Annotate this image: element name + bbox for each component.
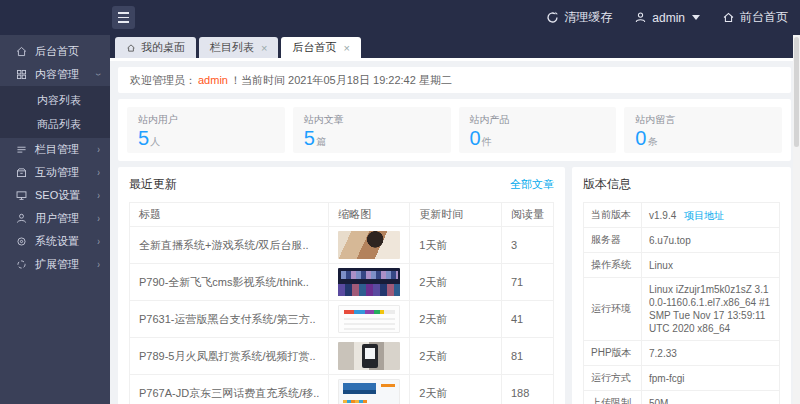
- thumbnail-image: [338, 231, 400, 259]
- close-icon[interactable]: ×: [261, 42, 267, 54]
- sidebar-item-columns[interactable]: 栏目管理 ›: [0, 138, 110, 161]
- read-count: 3: [502, 227, 554, 264]
- version-value: 7.2.33: [642, 341, 780, 366]
- stat-card-products: 站内产品 0件: [459, 107, 617, 153]
- stat-label: 站内留言: [635, 113, 771, 127]
- article-title[interactable]: P767A-JD京东三网话费直充系统/移..: [130, 375, 329, 404]
- article-title[interactable]: P790-全新飞飞cms影视系统/think..: [130, 264, 329, 301]
- welcome-prefix: 欢迎管理员：: [130, 74, 196, 86]
- user-icon: [634, 11, 647, 24]
- version-row: 服务器 6.u7u.top: [584, 228, 780, 253]
- scrollbar-thumb[interactable]: [794, 37, 799, 147]
- chevron-right-icon: ›: [97, 213, 100, 224]
- circle-dash-icon: [15, 258, 28, 271]
- hamburger-menu-button[interactable]: [112, 6, 135, 29]
- stat-value: 0: [470, 127, 481, 149]
- topbar: 清理缓存 admin 前台首页: [0, 0, 800, 35]
- project-url-link[interactable]: 项目地址: [684, 210, 724, 221]
- stat-unit: 条: [647, 136, 657, 147]
- home-icon: [722, 11, 735, 24]
- read-count: 188: [502, 375, 554, 404]
- welcome-username: admin: [198, 74, 228, 86]
- front-home-link[interactable]: 前台首页: [722, 9, 788, 26]
- admin-username: admin: [652, 11, 685, 25]
- tab-label: 后台首页: [292, 40, 336, 55]
- close-icon[interactable]: ×: [343, 42, 349, 54]
- version-label: PHP版本: [584, 341, 642, 366]
- sidebar-item-users[interactable]: 用户管理 ›: [0, 207, 110, 230]
- stat-label: 站内文章: [304, 113, 440, 127]
- stat-card-articles: 站内文章 5篇: [293, 107, 451, 153]
- tab-bar: 我的桌面 栏目列表 × 后台首页 ×: [110, 35, 800, 58]
- thumbnail-image: [338, 305, 400, 333]
- version-info-title: 版本信息: [583, 176, 631, 193]
- tab-label: 栏目列表: [210, 40, 254, 55]
- scrollbar[interactable]: [793, 35, 800, 404]
- sidebar-item-seo[interactable]: SEO设置 ›: [0, 184, 110, 207]
- stat-value: 5: [138, 127, 149, 149]
- table-row[interactable]: P7631-运营版黑台支付系统/第三方.. 2天前 41: [130, 301, 554, 338]
- sidebar-item-label: 系统设置: [35, 234, 79, 249]
- clear-cache-button[interactable]: 清理缓存: [546, 9, 612, 26]
- home-icon: [15, 45, 28, 58]
- version-table: 当前版本 v1.9.4项目地址 服务器 6.u7u.top 操作系统 Linux: [583, 202, 780, 404]
- table-header-row: 标题 缩略图 更新时间 阅读量: [130, 203, 554, 227]
- article-title[interactable]: P789-5月火凤凰打赏系统/视频打赏..: [130, 338, 329, 375]
- tab-label: 我的桌面: [141, 40, 185, 55]
- sidebar-item-dashboard[interactable]: 后台首页: [0, 40, 110, 63]
- table-row[interactable]: 全新直播系统+游戏系统/双后台服.. 1天前 3: [130, 227, 554, 264]
- sidebar-item-content-list[interactable]: 内容列表: [0, 88, 110, 112]
- read-count: 71: [502, 264, 554, 301]
- chevron-down-icon: ›: [93, 73, 104, 76]
- sidebar-item-label: 扩展管理: [35, 257, 79, 272]
- tab-column-list[interactable]: 栏目列表 ×: [199, 37, 278, 58]
- sidebar-item-extensions[interactable]: 扩展管理 ›: [0, 253, 110, 276]
- chevron-right-icon: ›: [97, 236, 100, 247]
- tab-my-desktop[interactable]: 我的桌面: [115, 37, 196, 58]
- version-value: Linux: [642, 253, 780, 278]
- table-row[interactable]: P789-5月火凤凰打赏系统/视频打赏.. 2天前 81: [130, 338, 554, 375]
- user-icon: [15, 212, 28, 225]
- version-info-panel: 版本信息 当前版本 v1.9.4项目地址 服务器 6.u7u.top: [572, 167, 791, 404]
- admin-user-menu[interactable]: admin: [634, 11, 700, 25]
- content: 欢迎管理员：admin！当前时间 2021年05月18日 19:22:42 星期…: [110, 61, 800, 404]
- table-row[interactable]: P790-全新飞飞cms影视系统/think.. 2天前 71: [130, 264, 554, 301]
- refresh-icon: [546, 11, 559, 24]
- sidebar-item-content[interactable]: 内容管理 ›: [0, 63, 110, 86]
- all-articles-link[interactable]: 全部文章: [510, 177, 554, 192]
- sidebar-item-interaction[interactable]: 互动管理 ›: [0, 161, 110, 184]
- updated-time: 2天前: [410, 264, 502, 301]
- version-value: 50M: [642, 391, 780, 404]
- article-title[interactable]: 全新直播系统+游戏系统/双后台服..: [130, 227, 329, 264]
- sidebar-item-system[interactable]: 系统设置 ›: [0, 230, 110, 253]
- welcome-bar: 欢迎管理员：admin！当前时间 2021年05月18日 19:22:42 星期…: [118, 67, 791, 93]
- col-reads: 阅读量: [502, 203, 554, 227]
- recent-updates-panel: 最近更新 全部文章 标题 缩略图 更新时间 阅读量 全新直播系统+游戏系统/双后…: [118, 167, 565, 404]
- tab-backend-home[interactable]: 后台首页 ×: [281, 37, 360, 58]
- article-title[interactable]: P7631-运营版黑台支付系统/第三方..: [130, 301, 329, 338]
- chevron-right-icon: ›: [97, 190, 100, 201]
- stat-label: 站内用户: [138, 113, 274, 127]
- sidebar-item-label: 互动管理: [35, 165, 79, 180]
- stat-card-messages: 站内留言 0条: [624, 107, 782, 153]
- updated-time: 2天前: [410, 301, 502, 338]
- sidebar: 后台首页 内容管理 › 内容列表 商品列表 栏目管理 › 互动管理 ›: [0, 35, 110, 404]
- version-label: 当前版本: [584, 203, 642, 228]
- version-label: 操作系统: [584, 253, 642, 278]
- updated-time: 1天前: [410, 227, 502, 264]
- version-value: 6.u7u.top: [642, 228, 780, 253]
- sidebar-item-label: 后台首页: [35, 44, 79, 59]
- clear-cache-label: 清理缓存: [564, 9, 612, 26]
- recent-updates-title: 最近更新: [129, 176, 177, 193]
- list-icon: [15, 143, 28, 156]
- sidebar-item-product-list[interactable]: 商品列表: [0, 112, 110, 136]
- stat-label: 站内产品: [470, 113, 606, 127]
- chevron-down-icon: [692, 15, 700, 20]
- table-row[interactable]: P767A-JD京东三网话费直充系统/移.. 2天前 188: [130, 375, 554, 404]
- sidebar-item-label: 内容管理: [35, 67, 79, 82]
- sidebar-subitem-label: 内容列表: [37, 93, 81, 108]
- box-icon: [15, 166, 28, 179]
- stats-bar: 站内用户 5人 站内文章 5篇 站内产品 0件 站内留言 0条: [118, 99, 791, 161]
- monitor-icon: [15, 189, 28, 202]
- sidebar-submenu-content: 内容列表 商品列表: [0, 86, 110, 138]
